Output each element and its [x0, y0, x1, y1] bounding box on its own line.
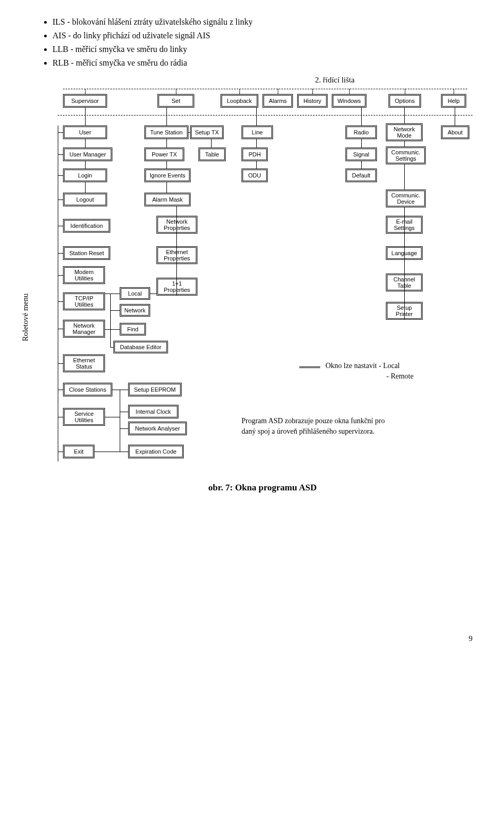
node-pdh: PDH: [242, 148, 268, 161]
node-find: Find: [120, 323, 146, 335]
node-internal-clock: Internal Clock: [128, 405, 178, 418]
node-network-mode: Network Mode: [386, 123, 423, 141]
node-line: Line: [242, 125, 273, 139]
node-radio: Radio: [345, 125, 377, 139]
node-modem-utilities: Modem Utilities: [63, 266, 105, 284]
node-ethernet-status: Ethernet Status: [63, 354, 105, 372]
node-supervisor: Supervisor: [63, 94, 107, 108]
node-alarms: Alarms: [262, 94, 293, 108]
note-okno-line2: - Remote: [386, 372, 414, 381]
node-expiration-code: Expiration Code: [128, 445, 184, 458]
node-signal: Signal: [345, 148, 377, 161]
node-local: Local: [120, 287, 150, 300]
node-comm-settings: Communic. Settings: [386, 146, 426, 164]
node-user-manager: User Manager: [63, 148, 112, 161]
node-history: History: [297, 94, 328, 108]
bullet-item: LLB - měřicí smyčka ve směru do linky: [52, 43, 472, 56]
note-okno-line1: Okno lze nastavit - Local: [326, 362, 400, 370]
bullet-item: AIS - do linky přichází od uživatele sig…: [52, 29, 472, 42]
diagram-area: Supervisor Set Loopback Alarms History W…: [52, 89, 472, 603]
node-ethernet-properties: Ethernet Properties: [156, 246, 197, 264]
node-about: About: [441, 125, 469, 139]
label-roletove-menu: Roletové menu: [21, 293, 30, 341]
node-setup-tx: Setup TX: [190, 125, 224, 139]
node-1plus1-properties: 1+1 Properties: [156, 278, 197, 296]
bullet-item: RLB - měřicí smyčka ve směru do rádia: [52, 57, 472, 69]
node-user: User: [63, 125, 107, 139]
node-options: Options: [388, 94, 421, 108]
note-program-line1: Program ASD zobrazuje pouze okna funkční…: [242, 417, 385, 425]
node-logout: Logout: [63, 193, 107, 206]
figure-caption: obr. 7: Okna programu ASD: [52, 483, 472, 493]
page-number: 9: [0, 635, 472, 643]
node-setup-eeprom: Setup EEPROM: [128, 383, 182, 396]
bullet-list: ILS - blokování hlášení ztráty uživatels…: [52, 16, 472, 69]
node-help: Help: [441, 94, 466, 108]
node-network: Network: [120, 304, 150, 317]
note-program-line2: daný spoj a úroveň přihlášeného superviz…: [242, 427, 374, 436]
node-loopback: Loopback: [220, 94, 258, 108]
node-exit: Exit: [63, 445, 94, 458]
legend-icon: [299, 366, 320, 371]
node-network-manager: Network Manager: [63, 320, 105, 338]
node-network-properties: Network Properties: [156, 216, 197, 234]
node-station-reset: Station Reset: [63, 246, 110, 260]
node-service-utilities: Service Utilities: [63, 408, 105, 426]
node-set: Set: [158, 94, 194, 108]
node-table: Table: [198, 148, 226, 161]
node-tune-station: Tune Station: [144, 125, 188, 139]
node-close-stations: Close Stations: [63, 383, 112, 396]
node-identification: Identification: [63, 219, 110, 233]
node-odu: ODU: [242, 169, 268, 182]
node-windows: Windows: [332, 94, 366, 108]
node-tcpip-utilities: TCP/IP Utilities: [63, 292, 105, 310]
node-database-editor: Database Editor: [113, 341, 168, 353]
bullet-item: ILS - blokování hlášení ztráty uživatels…: [52, 16, 472, 28]
node-ignore-events: Ignore Events: [144, 169, 191, 182]
node-login: Login: [63, 169, 107, 182]
node-alarm-mask: Alarm Mask: [144, 193, 191, 206]
node-power-tx: Power TX: [144, 148, 184, 161]
label-ridici-lista: 2. řídící lišta: [315, 76, 472, 85]
node-default: Default: [345, 169, 377, 182]
node-comm-device: Communic. Device: [386, 190, 426, 207]
node-network-analyser: Network Analyser: [128, 422, 187, 435]
